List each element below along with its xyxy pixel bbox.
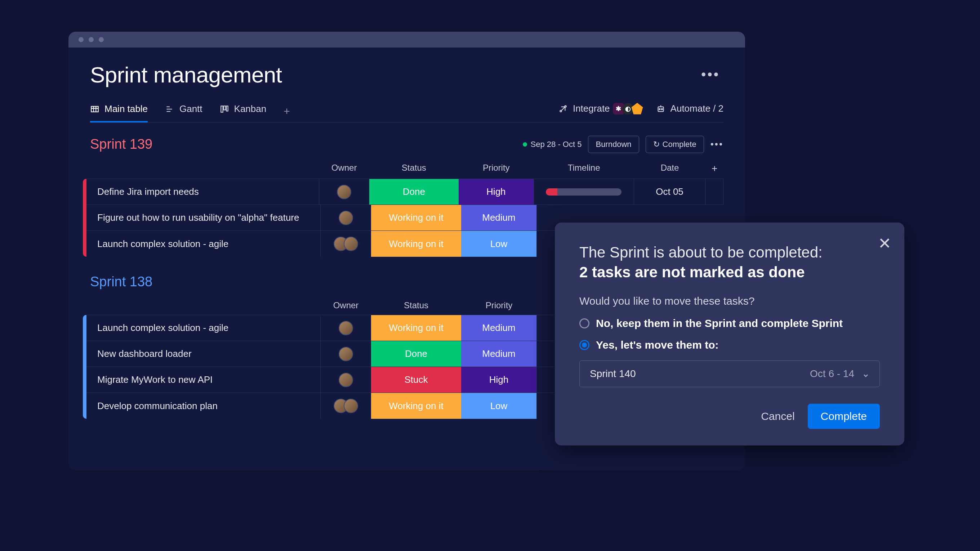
active-dot-icon: [523, 142, 527, 146]
col-header-priority[interactable]: Priority: [461, 296, 537, 315]
avatar[interactable]: [337, 185, 351, 199]
owner-cell[interactable]: [321, 393, 371, 419]
radio-option-no[interactable]: No, keep them in the Sprint and complete…: [579, 317, 880, 330]
priority-cell[interactable]: Low: [461, 231, 537, 257]
avatar[interactable]: [339, 211, 353, 225]
radio-label-yes: Yes, let's move them to:: [596, 339, 719, 351]
view-tab-main-table[interactable]: Main table: [90, 100, 148, 122]
priority-cell[interactable]: Medium: [461, 341, 537, 367]
integrate-button[interactable]: Integrate ✱ ◐: [558, 103, 643, 114]
automate-label: Automate / 2: [670, 103, 724, 114]
col-header-owner[interactable]: Owner: [321, 296, 371, 315]
integration-icons: ✱ ◐: [615, 103, 643, 114]
col-header-timeline[interactable]: Timeline: [534, 159, 634, 179]
priority-cell[interactable]: Low: [461, 393, 537, 419]
avatar[interactable]: [344, 399, 358, 413]
column-headers: OwnerStatusPriorityTimelineDate+: [83, 159, 724, 179]
burndown-button[interactable]: Burndown: [588, 136, 639, 153]
row-end-cell: [705, 179, 724, 205]
task-name-cell[interactable]: Develop communication plan: [86, 393, 321, 419]
modal-prompt: Would you like to move these tasks?: [579, 295, 880, 307]
view-tab-label: Main table: [105, 103, 148, 114]
automate-icon: [656, 104, 665, 113]
automate-button[interactable]: Automate / 2: [656, 103, 724, 114]
status-cell[interactable]: Working on it: [371, 205, 461, 230]
window-control-dot[interactable]: [89, 37, 94, 42]
group-title[interactable]: Sprint 139: [83, 130, 153, 159]
cancel-button[interactable]: Cancel: [761, 410, 794, 422]
status-cell[interactable]: Working on it: [371, 315, 461, 341]
radio-group: No, keep them in the Sprint and complete…: [579, 317, 880, 387]
window-control-dot[interactable]: [99, 37, 104, 42]
svg-rect-3: [226, 106, 228, 111]
owner-cell[interactable]: [321, 231, 371, 257]
complete-sprint-button[interactable]: ↻Complete: [646, 136, 704, 153]
task-name-cell[interactable]: Figure out how to run usability on "alph…: [86, 205, 321, 230]
task-name-cell[interactable]: Launch complex solution - agile: [86, 315, 321, 341]
avatar[interactable]: [339, 347, 353, 361]
progress-bar: [546, 188, 622, 195]
task-name-cell[interactable]: New dashboard loader: [86, 341, 321, 367]
priority-cell[interactable]: High: [459, 179, 534, 205]
window-control-dot[interactable]: [78, 37, 84, 42]
group-title[interactable]: Sprint 138: [83, 268, 153, 296]
avatar[interactable]: [339, 321, 353, 335]
view-tab-gantt[interactable]: Gantt: [165, 100, 202, 122]
status-cell[interactable]: Working on it: [371, 231, 461, 257]
svg-point-7: [659, 108, 660, 110]
svg-point-8: [661, 108, 662, 110]
svg-rect-1: [221, 106, 223, 112]
status-cell[interactable]: Working on it: [371, 393, 461, 419]
col-header-date[interactable]: Date: [634, 159, 706, 179]
close-icon[interactable]: ✕: [878, 234, 891, 252]
radio-icon: [579, 318, 589, 329]
owner-cell[interactable]: [321, 315, 371, 341]
status-cell[interactable]: Done: [369, 179, 459, 205]
owner-cell[interactable]: [321, 205, 371, 230]
svg-rect-0: [91, 106, 99, 112]
timeline-cell[interactable]: [534, 179, 634, 205]
owner-cell[interactable]: [321, 341, 371, 367]
modal-heading: The Sprint is about to be completed: 2 t…: [579, 243, 880, 282]
gitlab-icon: [632, 103, 643, 114]
radio-icon-selected: [579, 340, 589, 350]
chevron-down-icon: [862, 370, 869, 378]
svg-point-4: [560, 110, 562, 112]
complete-button[interactable]: Complete: [808, 404, 880, 429]
view-tab-kanban[interactable]: Kanban: [220, 100, 267, 122]
svg-rect-2: [223, 106, 225, 110]
status-cell[interactable]: Stuck: [371, 367, 461, 392]
col-header-status[interactable]: Status: [371, 296, 461, 315]
priority-cell[interactable]: Medium: [461, 205, 537, 230]
col-header-priority[interactable]: Priority: [459, 159, 534, 179]
table-row[interactable]: Define Jira import needsDoneHighOct 05: [86, 179, 724, 205]
group-more-icon[interactable]: •••: [711, 139, 724, 150]
add-view-button[interactable]: +: [283, 105, 290, 118]
kanban-icon: [220, 105, 229, 114]
avatar[interactable]: [339, 373, 353, 387]
status-cell[interactable]: Done: [371, 341, 461, 367]
add-column-button[interactable]: +: [705, 159, 724, 179]
window-titlebar: [68, 32, 745, 48]
task-name-cell[interactable]: Migrate MyWork to new API: [86, 367, 321, 392]
views-row: Main tableGanttKanban+ Integrate ✱ ◐: [90, 100, 724, 123]
radio-option-yes[interactable]: Yes, let's move them to:: [579, 339, 880, 351]
integrate-icon: [558, 104, 568, 113]
col-header-owner[interactable]: Owner: [319, 159, 369, 179]
priority-cell[interactable]: Medium: [461, 315, 537, 341]
board-more-icon[interactable]: •••: [701, 67, 720, 83]
task-name-cell[interactable]: Define Jira import needs: [86, 179, 319, 205]
owner-cell[interactable]: [319, 179, 369, 205]
integrate-label: Integrate: [573, 103, 610, 114]
col-header-status[interactable]: Status: [369, 159, 459, 179]
modal-heading-line1: The Sprint is about to be completed:: [579, 244, 822, 261]
target-sprint-select[interactable]: Sprint 140 Oct 6 - 14: [579, 360, 880, 387]
owner-cell[interactable]: [321, 367, 371, 392]
date-cell[interactable]: Oct 05: [634, 179, 706, 205]
select-value: Sprint 140: [590, 368, 636, 380]
gantt-icon: [165, 105, 174, 114]
task-name-cell[interactable]: Launch complex solution - agile: [86, 231, 321, 257]
priority-cell[interactable]: High: [461, 367, 537, 392]
avatar[interactable]: [344, 237, 358, 251]
complete-sprint-modal: ✕ The Sprint is about to be completed: 2…: [555, 222, 904, 446]
